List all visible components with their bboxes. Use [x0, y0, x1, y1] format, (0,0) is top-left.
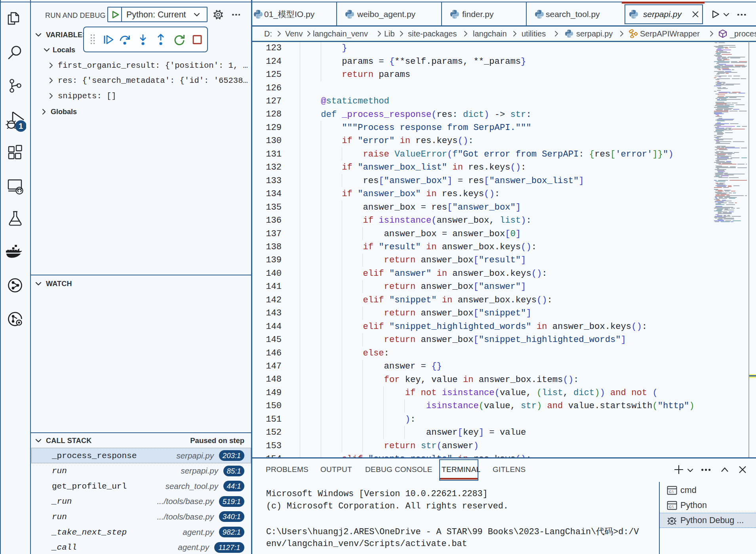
svg-text:C:\: C:\: [669, 490, 674, 494]
svg-text:C:\: C:\: [669, 505, 674, 509]
